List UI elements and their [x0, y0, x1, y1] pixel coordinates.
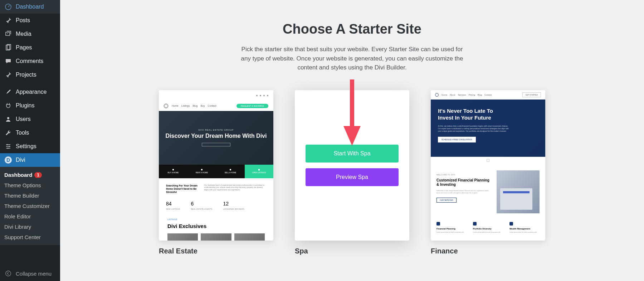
card-title: Finance: [431, 247, 545, 255]
admin-sidebar: Dashboard Posts Media Pages Comments: [0, 0, 60, 281]
sidebar-item-media[interactable]: Media: [0, 27, 60, 41]
divi-logo-icon: D: [4, 156, 12, 164]
sliders-icon: [4, 142, 12, 150]
plug-icon: [4, 102, 12, 110]
media-icon: [4, 30, 12, 38]
sidebar-label: Posts: [16, 17, 30, 24]
submenu-item-divi-library[interactable]: Divi Library: [0, 222, 60, 232]
svg-point-2: [7, 33, 8, 34]
submenu-item-support-center[interactable]: Support Center: [0, 232, 60, 242]
gauge-icon: [4, 3, 12, 11]
sidebar-label: Settings: [16, 143, 36, 150]
starter-card-real-estate[interactable]: Home Listings Blog Buy Contact REQUEST A…: [159, 90, 273, 255]
sidebar-label: Media: [16, 31, 31, 37]
svg-point-8: [8, 148, 9, 149]
page-title: Choose A Starter Site: [78, 21, 626, 37]
submenu-item-theme-options[interactable]: Theme Options: [0, 180, 60, 190]
preview-thumbnail: Home About Services Pricing Blog Contact…: [431, 90, 545, 241]
sidebar-label: Comments: [16, 58, 43, 64]
sidebar-item-users[interactable]: Users: [0, 112, 60, 126]
svg-point-5: [7, 117, 9, 119]
update-badge: 1: [34, 172, 42, 178]
sidebar-item-dashboard[interactable]: Dashboard: [0, 0, 60, 14]
svg-point-7: [9, 146, 10, 147]
sidebar-item-comments[interactable]: Comments: [0, 54, 60, 68]
sidebar-menu-divi: D Divi: [0, 153, 60, 167]
submenu-item-theme-builder[interactable]: Theme Builder: [0, 190, 60, 201]
sidebar-label: Divi: [16, 157, 25, 163]
sidebar-label: Projects: [16, 72, 36, 78]
sidebar-label: Plugins: [16, 102, 34, 109]
submenu-label: Dashboard: [4, 172, 32, 178]
starter-card-finance[interactable]: Home About Services Pricing Blog Contact…: [431, 90, 545, 255]
submenu-item-role-editor[interactable]: Role Editor: [0, 211, 60, 222]
preview-button[interactable]: Preview Spa: [306, 168, 399, 186]
sidebar-label: Tools: [16, 130, 29, 136]
collapse-menu-button[interactable]: Collapse menu: [0, 266, 60, 281]
sidebar-item-projects[interactable]: Projects: [0, 68, 60, 82]
sidebar-menu-main: Dashboard Posts Media Pages Comments: [0, 0, 60, 82]
collapse-icon: [4, 270, 12, 277]
chat-icon: [4, 57, 12, 65]
wrench-icon: [4, 129, 12, 137]
card-title: Spa: [295, 247, 409, 255]
preview-thumbnail: Home Listings Blog Buy Contact REQUEST A…: [159, 90, 273, 241]
starter-card-spa[interactable]: Start With Spa Preview Spa Spa: [295, 90, 409, 255]
svg-rect-10: [350, 79, 354, 130]
svg-point-6: [7, 144, 8, 145]
submenu-item-dashboard[interactable]: Dashboard 1: [0, 170, 60, 180]
sidebar-item-posts[interactable]: Posts: [0, 14, 60, 27]
sidebar-item-tools[interactable]: Tools: [0, 126, 60, 140]
sidebar-menu-admin: Appearance Plugins Users Tools Settings: [0, 85, 60, 153]
submenu-item-theme-customizer[interactable]: Theme Customizer: [0, 201, 60, 211]
sidebar-item-plugins[interactable]: Plugins: [0, 99, 60, 112]
sidebar-item-divi[interactable]: D Divi: [0, 153, 60, 167]
starter-site-cards: Home Listings Blog Buy Contact REQUEST A…: [78, 90, 626, 255]
pin-icon: [4, 16, 12, 24]
sidebar-item-appearance[interactable]: Appearance: [0, 85, 60, 99]
pointer-arrow-icon: [343, 79, 361, 147]
divi-submenu: Dashboard 1 Theme Options Theme Builder …: [0, 167, 60, 245]
sidebar-label: Pages: [16, 44, 32, 51]
page-description: Pick the starter site that best suits yo…: [238, 45, 467, 72]
sidebar-label: Dashboard: [16, 4, 44, 10]
sidebar-label: Appearance: [16, 89, 47, 95]
main-content: Choose A Starter Site Pick the starter s…: [60, 0, 644, 281]
user-icon: [4, 115, 12, 123]
sidebar-label: Users: [16, 116, 31, 122]
collapse-label: Collapse menu: [16, 271, 52, 277]
pin-icon: [4, 71, 12, 79]
card-title: Real Estate: [159, 247, 273, 255]
pages-icon: [4, 44, 12, 52]
sidebar-item-pages[interactable]: Pages: [0, 41, 60, 54]
sidebar-item-settings[interactable]: Settings: [0, 140, 60, 153]
svg-point-9: [6, 271, 11, 276]
brush-icon: [4, 88, 12, 96]
